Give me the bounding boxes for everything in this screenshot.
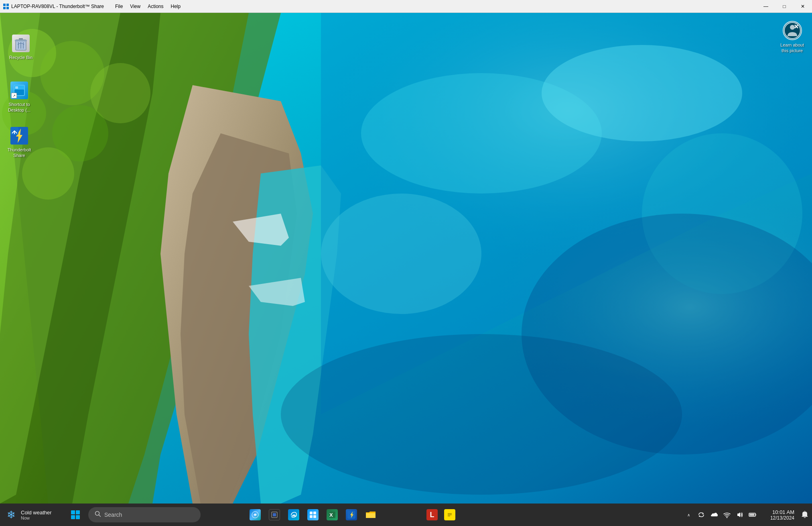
svg-rect-28 <box>15 86 18 89</box>
svg-text:X: X <box>329 512 333 518</box>
recycle-bin-label: Recycle Bin <box>9 55 32 60</box>
weather-widget[interactable]: ❄ Cold weather Now <box>0 508 64 521</box>
svg-rect-43 <box>310 515 313 518</box>
maximize-button[interactable]: □ <box>775 0 794 13</box>
weather-text: Cold weather Now <box>21 510 52 520</box>
menu-view[interactable]: View <box>127 2 144 11</box>
taskbar-apps: X <box>202 506 423 524</box>
svg-point-10 <box>321 194 481 314</box>
svg-point-52 <box>727 517 728 518</box>
thunderbolt-app-icon <box>346 509 357 520</box>
taskbar-app-sticky[interactable] <box>441 506 459 524</box>
windows-logo <box>71 510 80 519</box>
shortcut-desktop-icon[interactable]: ↗ Shortcut to Desktop (... <box>3 79 35 115</box>
learn-about-picture-button[interactable]: Learn aboutthis picture <box>780 21 804 54</box>
svg-rect-40 <box>273 513 276 516</box>
desktop: Recycle Bin ↗ Shortcut to Desktop (... <box>0 13 812 504</box>
store-app-icon <box>307 509 319 520</box>
search-icon <box>95 511 101 519</box>
thunderbolt-share-label: Thunderbolt Share <box>5 147 34 159</box>
svg-rect-0 <box>3 4 6 6</box>
sticky-app-icon <box>444 509 455 520</box>
titlebar-title: LAPTOP-RAV808VL - Thunderbolt™ Share <box>11 4 104 9</box>
minimize-button[interactable]: — <box>757 0 775 13</box>
weather-temperature: Cold weather <box>21 510 52 516</box>
svg-rect-55 <box>750 514 755 516</box>
taskbar-app-gallery[interactable] <box>246 506 264 524</box>
taskbar-app-snipping[interactable] <box>266 506 283 524</box>
taskbar-app-files[interactable] <box>362 506 380 524</box>
window-controls: — □ ✕ <box>757 0 812 12</box>
gallery-app-icon <box>250 509 261 520</box>
taskbar-app-lenovo[interactable]: L <box>423 506 441 524</box>
svg-point-18 <box>90 63 150 123</box>
svg-point-12 <box>281 334 682 495</box>
svg-rect-54 <box>755 514 756 516</box>
weather-description: Now <box>21 516 52 520</box>
start-button[interactable] <box>66 505 85 524</box>
svg-rect-44 <box>313 515 316 518</box>
shortcut-arrow: ↗ <box>11 93 17 98</box>
tray-volume-icon[interactable] <box>734 509 745 520</box>
titlebar: LAPTOP-RAV808VL - Thunderbolt™ Share Fil… <box>0 0 812 13</box>
svg-rect-1 <box>6 4 9 6</box>
taskbar-app-excel[interactable]: X <box>323 506 341 524</box>
menu-help[interactable]: Help <box>168 2 184 11</box>
system-tray: ∧ <box>680 509 761 520</box>
wallpaper <box>0 13 812 504</box>
notification-button[interactable] <box>798 508 812 522</box>
edge-app-icon <box>288 509 299 520</box>
titlebar-app-icon <box>2 3 10 10</box>
taskbar: ❄ Cold weather Now Search <box>0 504 812 526</box>
recycle-bin-icon[interactable]: Recycle Bin <box>5 32 37 62</box>
clock-date: 12/13/2024 <box>770 515 794 521</box>
files-app-icon <box>365 509 376 520</box>
taskbar-app-store[interactable] <box>304 506 322 524</box>
svg-point-33 <box>790 25 795 30</box>
learn-picture-text: Learn aboutthis picture <box>780 42 804 54</box>
lenovo-app-icon: L <box>426 509 438 520</box>
tray-wifi-icon[interactable] <box>721 509 733 520</box>
svg-line-37 <box>99 515 101 517</box>
titlebar-menu: File View Actions Help <box>112 2 184 11</box>
menu-file[interactable]: File <box>112 2 126 11</box>
menu-actions[interactable]: Actions <box>144 2 166 11</box>
svg-rect-2 <box>3 7 6 9</box>
taskbar-app-edge[interactable] <box>285 506 302 524</box>
excel-app-icon: X <box>327 509 338 520</box>
weather-icon: ❄ <box>5 508 18 521</box>
tray-battery-icon[interactable] <box>747 509 758 520</box>
tray-expand-button[interactable]: ∧ <box>683 509 694 520</box>
taskbar-app-thunderbolt[interactable] <box>343 506 360 524</box>
svg-rect-42 <box>313 512 316 514</box>
learn-picture-icon <box>783 21 802 40</box>
svg-rect-21 <box>15 40 27 41</box>
thunderbolt-share-icon[interactable]: Thunderbolt Share <box>3 124 35 160</box>
tray-onedrive-icon[interactable] <box>708 509 720 520</box>
close-button[interactable]: ✕ <box>794 0 812 13</box>
snipping-app-icon <box>269 509 280 520</box>
svg-rect-3 <box>6 7 9 9</box>
search-label: Search <box>104 512 122 518</box>
thunderbolt-share-image <box>10 126 29 145</box>
svg-point-8 <box>542 45 742 141</box>
tray-sync-icon[interactable] <box>696 509 707 520</box>
clock-time: 10:01 AM <box>772 509 794 515</box>
svg-rect-41 <box>310 512 313 514</box>
recycle-bin-image <box>11 34 30 53</box>
shortcut-desktop-label: Shortcut to Desktop (... <box>5 102 34 113</box>
search-bar[interactable]: Search <box>88 507 201 522</box>
clock-display[interactable]: 10:01 AM 12/13/2024 <box>761 509 798 521</box>
shortcut-desktop-image: ↗ <box>10 81 29 100</box>
